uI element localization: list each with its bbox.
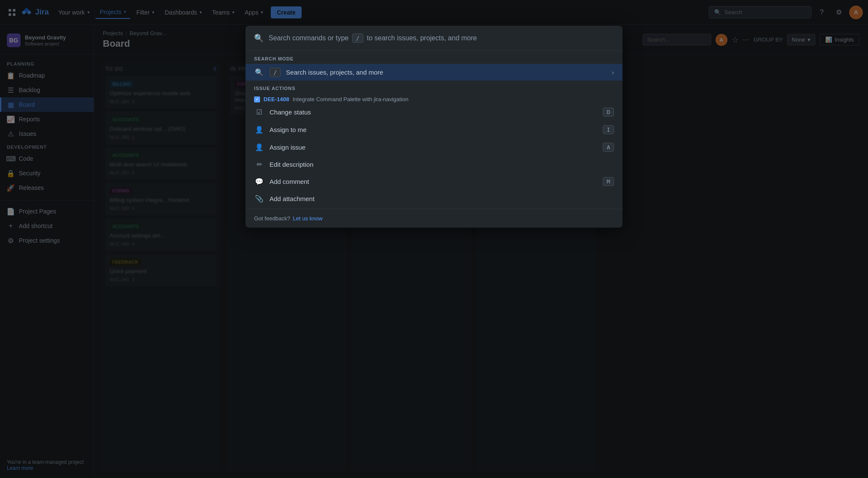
slash-badge-inline: / [269, 68, 281, 77]
change-status-icon: ☑ [254, 108, 264, 116]
command-palette: 🔍 Search commands or type / to search is… [245, 26, 623, 228]
cmd-key-badge: D [603, 108, 614, 117]
command-palette-search-row: 🔍 Search commands or type / to search is… [245, 26, 623, 51]
cmd-key-badge: A [603, 143, 614, 152]
cmd-item-label: / Search issues, projects, and more [269, 69, 607, 76]
cmd-search-mode-item[interactable]: 🔍 / Search issues, projects, and more › [245, 64, 623, 81]
cmd-key-badge: I [603, 125, 614, 134]
cmd-item-label: Change status [269, 108, 598, 116]
cmd-item-label: Assign to me [269, 126, 598, 133]
search-icon: 🔍 [254, 68, 264, 76]
cmd-action-change-status[interactable]: ☑ Change status D [245, 103, 623, 121]
cmd-footer: Got feedback? Let us know [245, 209, 623, 228]
attachment-icon: 📎 [254, 195, 264, 203]
cmd-footer-text: Got feedback? [254, 215, 290, 222]
edit-icon: ✏ [254, 160, 264, 168]
cmd-key-badge: M [603, 177, 614, 186]
issue-checkbox: ✓ [254, 96, 260, 102]
assign-me-icon: 👤 [254, 126, 264, 134]
arrow-icon: › [612, 69, 614, 76]
cmd-action-assign-to-me[interactable]: 👤 Assign to me I [245, 121, 623, 138]
cmd-issue-title: Integrate Command Palette with jira-navi… [293, 96, 408, 102]
cmd-item-label: Add comment [269, 178, 598, 185]
search-icon: 🔍 [254, 33, 263, 43]
cmd-action-add-attachment[interactable]: 📎 Add attachment [245, 190, 623, 207]
slash-badge: / [352, 33, 363, 43]
cmd-action-edit-description[interactable]: ✏ Edit description [245, 156, 623, 173]
search-mode-label: SEARCH MODE [245, 51, 623, 64]
comment-icon: 💬 [254, 177, 264, 186]
cmd-item-label: Assign issue [269, 144, 598, 151]
cmd-action-assign-issue[interactable]: 👤 Assign issue A [245, 138, 623, 156]
cmd-action-add-comment[interactable]: 💬 Add comment M [245, 173, 623, 190]
cmd-issue-ref: ✓ DEE-1408 Integrate Command Palette wit… [245, 93, 623, 103]
issue-actions-label: ISSUE ACTIONS [245, 81, 623, 93]
cmd-item-label: Edit description [269, 161, 614, 168]
search-hint: Search commands or type / to search issu… [269, 33, 477, 43]
cmd-issue-id: DEE-1408 [263, 96, 289, 102]
cmd-item-label: Add attachment [269, 195, 614, 202]
cmd-footer-link[interactable]: Let us know [293, 215, 323, 222]
assign-issue-icon: 👤 [254, 143, 264, 151]
